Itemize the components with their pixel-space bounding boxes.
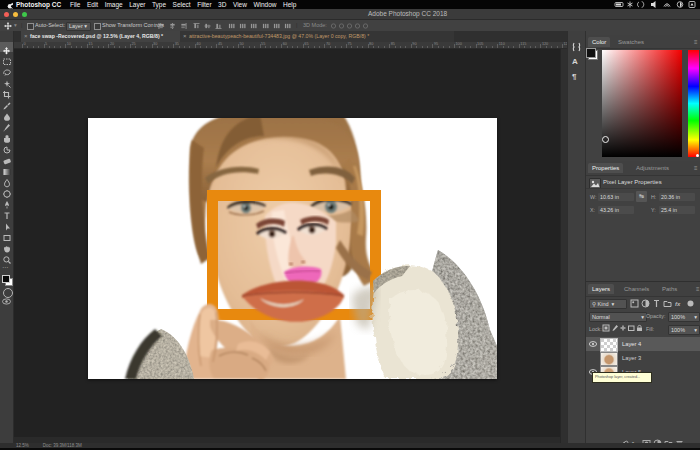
svg-text:fx: fx [675,301,681,307]
